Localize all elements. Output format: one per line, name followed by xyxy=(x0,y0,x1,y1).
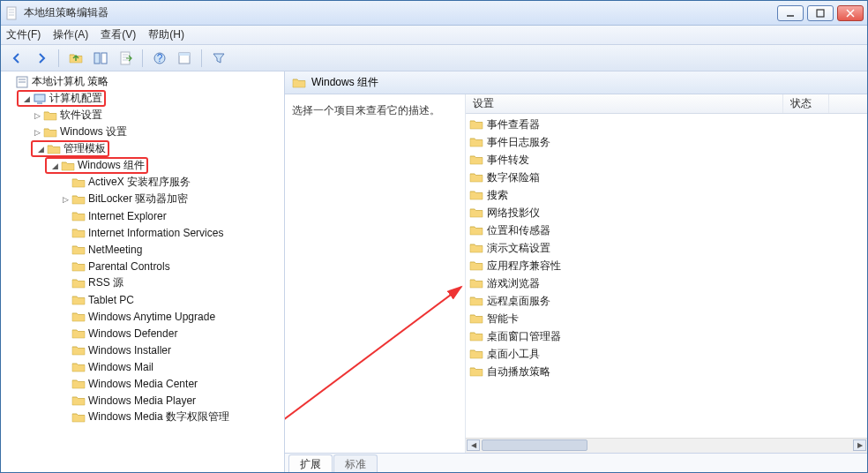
tree-label: Windows Installer xyxy=(88,344,171,357)
show-hide-tree-button[interactable] xyxy=(90,48,111,69)
expand-icon[interactable]: ▷ xyxy=(31,126,43,139)
list-item[interactable]: 事件查看器 xyxy=(466,116,867,133)
scroll-right-arrow[interactable]: ▶ xyxy=(853,439,866,451)
list-item[interactable]: 网络投影仪 xyxy=(466,204,867,221)
expand-icon[interactable] xyxy=(59,394,71,407)
list-item[interactable]: 远程桌面服务 xyxy=(466,292,867,310)
scroll-left-arrow[interactable]: ◀ xyxy=(467,439,480,451)
tree-item[interactable]: Windows Mail xyxy=(3,358,284,375)
folder-icon xyxy=(469,329,483,343)
list-pane: 设置 状态 事件查看器事件日志服务事件转发数字保险箱搜索网络投影仪位置和传感器演… xyxy=(466,94,867,453)
forward-button[interactable] xyxy=(31,48,52,69)
tree-panel[interactable]: 本地计算机 策略 ◢ 计算机配置 ▷ 软件设置 ▷ xyxy=(1,71,285,472)
tree-label: Windows 组件 xyxy=(78,158,145,173)
tree-item[interactable]: Tablet PC xyxy=(3,291,284,308)
settings-list[interactable]: 事件查看器事件日志服务事件转发数字保险箱搜索网络投影仪位置和传感器演示文稿设置应… xyxy=(466,114,867,438)
expand-icon[interactable] xyxy=(59,260,71,273)
tree-item[interactable]: Parental Controls xyxy=(3,258,284,274)
list-item[interactable]: 事件日志服务 xyxy=(466,133,867,151)
tree-item[interactable]: NetMeeting xyxy=(3,241,284,258)
tree-windows-components[interactable]: ◢ Windows 组件 xyxy=(3,157,284,174)
menu-file[interactable]: 文件(F) xyxy=(6,27,41,42)
tab-standard[interactable]: 标准 xyxy=(333,454,378,472)
list-item[interactable]: 智能卡 xyxy=(466,310,867,327)
expand-icon[interactable] xyxy=(59,361,71,373)
list-item[interactable]: 自动播放策略 xyxy=(466,363,867,380)
svg-rect-18 xyxy=(179,53,190,56)
list-item[interactable]: 应用程序兼容性 xyxy=(466,257,867,274)
tree-item[interactable]: Windows Anytime Upgrade xyxy=(3,308,284,325)
expand-icon[interactable]: ▷ xyxy=(59,193,71,206)
back-button[interactable] xyxy=(6,48,27,69)
expand-icon[interactable] xyxy=(59,176,71,189)
expand-icon[interactable] xyxy=(59,294,71,306)
expand-icon[interactable] xyxy=(59,210,71,222)
list-item[interactable]: 桌面窗口管理器 xyxy=(466,327,867,345)
tree-item[interactable]: Windows Media Player xyxy=(3,392,284,409)
tree-item[interactable]: ▷BitLocker 驱动器加密 xyxy=(3,191,284,207)
properties-button[interactable] xyxy=(174,48,195,69)
col-setting[interactable]: 设置 xyxy=(466,94,783,113)
folder-icon xyxy=(43,109,57,123)
list-item[interactable]: 桌面小工具 xyxy=(466,345,867,363)
tree-admin-templates[interactable]: ◢ 管理模板 xyxy=(3,140,284,157)
export-list-button[interactable] xyxy=(115,48,136,69)
expand-icon[interactable] xyxy=(59,327,71,340)
minimize-button[interactable] xyxy=(777,5,804,21)
collapse-icon[interactable]: ◢ xyxy=(20,93,33,105)
tree-windows-settings[interactable]: ▷ Windows 设置 xyxy=(3,124,284,140)
list-item[interactable]: 游戏浏览器 xyxy=(466,274,867,292)
expand-icon[interactable] xyxy=(59,344,71,357)
horizontal-scrollbar[interactable]: ◀ ▶ xyxy=(466,438,867,453)
folder-icon xyxy=(71,226,86,240)
expand-icon[interactable] xyxy=(59,277,71,289)
menu-view[interactable]: 查看(V) xyxy=(101,27,136,42)
window-title: 本地组策略编辑器 xyxy=(24,5,777,20)
scroll-thumb[interactable] xyxy=(482,439,587,451)
tree-label: 本地计算机 策略 xyxy=(32,74,108,89)
description-pane: 选择一个项目来查看它的描述。 xyxy=(285,94,466,453)
expand-icon[interactable] xyxy=(59,227,71,239)
tree-item[interactable]: ActiveX 安装程序服务 xyxy=(3,174,284,191)
titlebar: 本地组策略编辑器 xyxy=(1,1,867,26)
filter-button[interactable] xyxy=(208,48,229,69)
menu-help[interactable]: 帮助(H) xyxy=(148,27,184,42)
tree-item[interactable]: Windows Media Center xyxy=(3,375,284,392)
list-item[interactable]: 位置和传感器 xyxy=(466,221,867,239)
tree-computer-config[interactable]: ◢ 计算机配置 xyxy=(3,90,284,107)
folder-icon xyxy=(469,312,483,326)
tree-root[interactable]: 本地计算机 策略 xyxy=(3,73,284,90)
expand-icon[interactable] xyxy=(59,311,71,323)
maximize-button[interactable] xyxy=(807,5,834,21)
help-button[interactable]: ? xyxy=(149,48,170,69)
close-button[interactable] xyxy=(837,5,864,21)
list-item[interactable]: 数字保险箱 xyxy=(466,169,867,186)
menu-action[interactable]: 操作(A) xyxy=(53,27,88,42)
tree-label: BitLocker 驱动器加密 xyxy=(88,191,188,206)
tree-item[interactable]: Windows Media 数字权限管理 xyxy=(3,409,284,425)
list-item[interactable]: 事件转发 xyxy=(466,151,867,169)
expand-icon[interactable] xyxy=(59,378,71,390)
list-item[interactable]: 演示文稿设置 xyxy=(466,239,867,257)
expand-icon[interactable]: ▷ xyxy=(31,109,43,122)
collapse-icon[interactable]: ◢ xyxy=(34,143,47,155)
tree-item[interactable]: RSS 源 xyxy=(3,274,284,291)
tree-item[interactable]: Windows Installer xyxy=(3,342,284,358)
list-item-label: 事件转发 xyxy=(487,153,529,168)
expand-icon[interactable] xyxy=(59,411,71,424)
list-item-label: 事件查看器 xyxy=(487,117,540,132)
expand-icon[interactable] xyxy=(59,244,71,256)
folder-icon xyxy=(71,410,86,424)
folder-icon xyxy=(71,327,86,341)
tab-extended[interactable]: 扩展 xyxy=(288,454,333,472)
up-button[interactable] xyxy=(65,48,86,69)
col-state[interactable]: 状态 xyxy=(783,94,829,113)
list-item[interactable]: 搜索 xyxy=(466,186,867,204)
folder-icon xyxy=(469,294,483,308)
collapse-icon[interactable]: ◢ xyxy=(49,160,61,172)
tree-software-settings[interactable]: ▷ 软件设置 xyxy=(3,107,284,124)
tree-item[interactable]: Windows Defender xyxy=(3,325,284,342)
tree-item[interactable]: Internet Information Services xyxy=(3,224,284,241)
expand-icon[interactable] xyxy=(3,76,15,88)
tree-item[interactable]: Internet Explorer xyxy=(3,207,284,224)
